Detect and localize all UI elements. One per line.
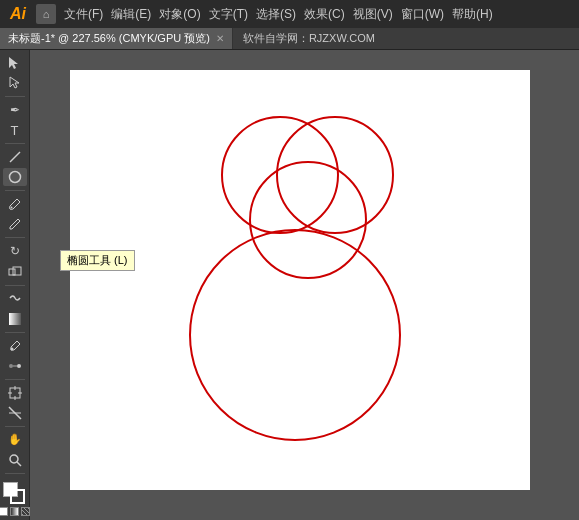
line-tool[interactable] (3, 148, 27, 166)
svg-point-8 (10, 347, 13, 350)
svg-rect-5 (9, 269, 15, 275)
tab-document1-label: 未标题-1* @ 227.56% (CMYK/GPU 预览) (8, 31, 210, 46)
separator-8 (5, 426, 25, 427)
stroke-color-box[interactable] (10, 489, 25, 504)
svg-point-23 (250, 162, 366, 278)
canvas-area: 椭圆工具 (L) (30, 50, 579, 520)
color-swatch[interactable] (0, 507, 8, 516)
scale-tool[interactable] (3, 262, 27, 280)
pencil-tool[interactable] (3, 215, 27, 233)
svg-point-21 (222, 117, 338, 233)
separator-7 (5, 379, 25, 380)
menu-bar: 文件(F) 编辑(E) 对象(O) 文字(T) 选择(S) 效果(C) 视图(V… (64, 6, 493, 23)
canvas-svg (70, 70, 530, 490)
warp-tool[interactable] (3, 289, 27, 307)
separator-4 (5, 237, 25, 238)
separator-2 (5, 143, 25, 144)
separator-9 (5, 473, 25, 474)
tab-document1[interactable]: 未标题-1* @ 227.56% (CMYK/GPU 预览) ✕ (0, 28, 233, 49)
toolbar: ✒ T ↻ (0, 50, 30, 520)
menu-edit[interactable]: 编辑(E) (111, 6, 151, 23)
separator-3 (5, 190, 25, 191)
blend-tool[interactable] (3, 357, 27, 375)
tab-website[interactable]: 软件自学网：RJZXW.COM (233, 28, 385, 49)
menu-select[interactable]: 选择(S) (256, 6, 296, 23)
menu-view[interactable]: 视图(V) (353, 6, 393, 23)
title-bar: Ai ⌂ 文件(F) 编辑(E) 对象(O) 文字(T) 选择(S) 效果(C)… (0, 0, 579, 28)
svg-marker-0 (9, 57, 18, 69)
menu-object[interactable]: 对象(O) (159, 6, 200, 23)
svg-rect-7 (9, 313, 21, 325)
separator-5 (5, 285, 25, 286)
svg-rect-6 (13, 267, 21, 275)
gradient-swatch[interactable] (10, 507, 19, 516)
svg-point-4 (10, 207, 12, 209)
svg-point-24 (190, 230, 400, 440)
menu-help[interactable]: 帮助(H) (452, 6, 493, 23)
svg-line-20 (17, 462, 21, 466)
svg-point-19 (10, 455, 18, 463)
select-tool[interactable] (3, 54, 27, 72)
direct-select-tool[interactable] (3, 74, 27, 92)
svg-marker-1 (10, 77, 19, 88)
pen-tool[interactable]: ✒ (3, 101, 27, 119)
rotate-tool[interactable]: ↻ (3, 242, 27, 260)
svg-point-22 (277, 117, 393, 233)
tab-bar: 未标题-1* @ 227.56% (CMYK/GPU 预览) ✕ 软件自学网：R… (0, 28, 579, 50)
artboard (70, 70, 530, 490)
main-area: ✒ T ↻ (0, 50, 579, 520)
svg-line-2 (10, 152, 20, 162)
gradient-tool[interactable] (3, 310, 27, 328)
eyedropper-tool[interactable] (3, 336, 27, 354)
app-logo: Ai (4, 5, 32, 23)
menu-file[interactable]: 文件(F) (64, 6, 103, 23)
separator-1 (5, 96, 25, 97)
hand-tool[interactable]: ✋ (3, 431, 27, 449)
ellipse-tool[interactable] (3, 168, 27, 186)
slice-tool[interactable] (3, 404, 27, 422)
home-button[interactable]: ⌂ (36, 4, 56, 24)
tab-website-label: 软件自学网：RJZXW.COM (243, 31, 375, 46)
none-swatch[interactable] (21, 507, 30, 516)
menu-text[interactable]: 文字(T) (209, 6, 248, 23)
paintbrush-tool[interactable] (3, 195, 27, 213)
svg-point-3 (9, 172, 20, 183)
artboard-tool[interactable] (3, 384, 27, 402)
svg-point-9 (9, 364, 13, 368)
menu-window[interactable]: 窗口(W) (401, 6, 444, 23)
svg-point-10 (17, 364, 21, 368)
tab-document1-close[interactable]: ✕ (216, 33, 224, 44)
type-tool[interactable]: T (3, 121, 27, 139)
separator-6 (5, 332, 25, 333)
menu-effect[interactable]: 效果(C) (304, 6, 345, 23)
zoom-tool[interactable] (3, 451, 27, 469)
